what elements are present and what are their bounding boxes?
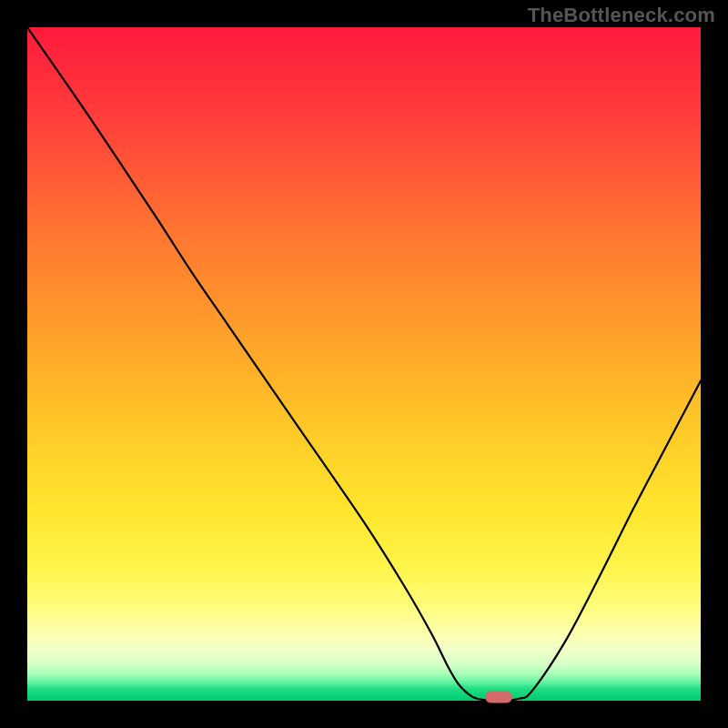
optimal-point-marker	[485, 692, 512, 703]
plot-gradient-background	[27, 27, 701, 701]
chart-stage: TheBottleneck.com	[0, 0, 728, 728]
watermark-text: TheBottleneck.com	[528, 4, 715, 27]
